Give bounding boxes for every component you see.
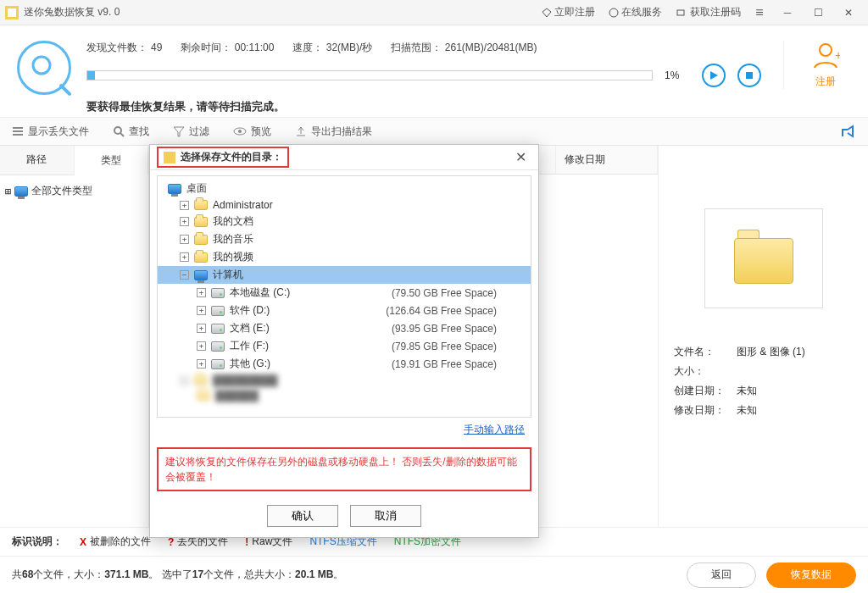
dialog-close-button[interactable]: ✕ [510, 149, 531, 165]
back-button[interactable]: 返回 [687, 563, 756, 588]
stop-button[interactable] [737, 64, 761, 87]
folder-icon [194, 252, 208, 263]
selection-summary: 共68个文件，大小：371.1 MB。 选中了17个文件，总共大小：20.1 M… [12, 568, 676, 582]
drive-icon [211, 359, 225, 369]
svg-rect-10 [13, 127, 23, 129]
dialog-ok-button[interactable]: 确认 [267, 505, 338, 527]
headset-icon [609, 8, 619, 18]
minimize-button[interactable]: ─ [773, 3, 802, 23]
scan-progress [86, 70, 653, 80]
tree-desktop[interactable]: 桌面 [158, 180, 531, 197]
drive-icon [211, 341, 225, 352]
folder-icon [194, 217, 208, 227]
toolbar: 显示丢失文件 查找 过滤 预览 导出扫描结果 [0, 117, 868, 146]
folder-icon [734, 233, 793, 284]
dialog-app-icon [164, 152, 175, 163]
tab-path[interactable]: 路径 [0, 146, 75, 175]
tree-blurred-1[interactable]: +█████████ [158, 373, 531, 388]
desktop-icon [168, 184, 181, 194]
menu-button[interactable]: ≡ [748, 5, 771, 20]
tree-blurred-2[interactable]: ██████ [158, 388, 531, 403]
export-icon [295, 125, 307, 137]
show-lost-files-button[interactable]: 显示丢失文件 [12, 125, 89, 139]
register-column[interactable]: + 注册 [783, 41, 851, 89]
svg-marker-2 [542, 8, 551, 17]
tree-computer[interactable]: −计算机 [158, 266, 531, 284]
filter-button[interactable]: 过滤 [173, 125, 209, 139]
svg-rect-11 [13, 130, 23, 132]
type-tree[interactable]: ⊞ 全部文件类型 [0, 175, 148, 207]
app-title: 迷你兔数据恢复 v9. 0 [24, 5, 120, 19]
tree-music[interactable]: +我的音乐 [158, 230, 531, 248]
play-button[interactable] [702, 64, 726, 87]
computer-icon [194, 270, 208, 280]
svg-marker-6 [710, 71, 718, 80]
maximize-button[interactable]: ☐ [804, 3, 832, 23]
svg-point-5 [33, 57, 50, 74]
left-tabs: 路径 类型 [0, 146, 148, 175]
svg-rect-7 [746, 72, 753, 79]
scan-percent: 1% [665, 69, 690, 81]
register-now-link[interactable]: 立即注册 [542, 5, 595, 19]
dialog-title: 选择保存文件的目录： [181, 150, 282, 164]
user-folder-icon [194, 200, 208, 210]
tree-admin[interactable]: +Administrator [158, 197, 531, 213]
online-service-link[interactable]: 在线服务 [609, 5, 662, 19]
tree-drive-c[interactable]: +本地磁盘 (C:)(79.50 GB Free Space) [158, 284, 531, 302]
svg-point-17 [238, 130, 242, 133]
cart-icon [676, 8, 687, 18]
drive-icon [211, 306, 225, 316]
directory-tree[interactable]: 桌面 +Administrator +我的文档 +我的音乐 +我的视频 −计算机… [157, 175, 531, 418]
preview-modified: 未知 [737, 403, 757, 418]
svg-rect-4 [677, 10, 684, 15]
app-icon [5, 6, 19, 19]
svg-text:+: + [835, 48, 840, 62]
title-bar: 迷你兔数据恢复 v9. 0 立即注册 在线服务 获取注册码 ≡ ─ ☐ ✕ [0, 0, 868, 25]
svg-point-13 [114, 127, 121, 134]
preview-created: 未知 [737, 384, 757, 398]
recover-button[interactable]: 恢复数据 [766, 563, 856, 588]
dialog-warning: 建议将恢复的文件保存在另外的磁盘或移动硬盘上！ 否则丢失/删除的数据可能会被覆盖… [157, 447, 531, 491]
svg-line-14 [120, 133, 124, 136]
svg-rect-18 [164, 152, 175, 163]
scan-status: 发现文件数：49 剩余时间：00:11:00 速度：32(MB)/秒 扫描范围：… [0, 25, 868, 117]
svg-point-3 [609, 8, 618, 17]
monitor-icon [14, 186, 28, 197]
tree-drive-d[interactable]: +软件 (D:)(126.64 GB Free Space) [158, 302, 531, 319]
share-button[interactable] [841, 125, 856, 138]
svg-rect-1 [8, 8, 16, 17]
list-icon [12, 125, 24, 137]
svg-rect-12 [13, 134, 23, 136]
eye-icon [233, 125, 247, 137]
preview-thumbnail [674, 161, 853, 342]
folder-icon [194, 235, 208, 245]
tree-documents[interactable]: +我的文档 [158, 213, 531, 230]
svg-marker-15 [174, 127, 184, 136]
tree-drive-g[interactable]: +其他 (G:)(19.91 GB Free Space) [158, 355, 531, 373]
dialog-title-bar: 选择保存文件的目录： ✕ [150, 145, 538, 170]
drive-icon [211, 324, 225, 334]
preview-button[interactable]: 预览 [233, 125, 271, 139]
get-reg-code-link[interactable]: 获取注册码 [676, 5, 741, 19]
legend-deleted: X被删除的文件 [80, 535, 151, 549]
dialog-cancel-button[interactable]: 取消 [350, 505, 421, 527]
svg-point-8 [820, 44, 832, 56]
find-button[interactable]: 查找 [113, 125, 149, 139]
magnifier-icon [17, 41, 71, 95]
drive-icon [211, 288, 225, 298]
tree-drive-f[interactable]: +工作 (F:)(79.85 GB Free Space) [158, 337, 531, 355]
tree-root[interactable]: ⊞ 全部文件类型 [5, 182, 143, 200]
manual-path-link[interactable]: 手动输入路径 [464, 424, 525, 435]
tree-video[interactable]: +我的视频 [158, 248, 531, 266]
close-button[interactable]: ✕ [834, 3, 863, 23]
export-button[interactable]: 导出扫描结果 [295, 125, 372, 139]
tree-drive-e[interactable]: +文档 (E:)(93.95 GB Free Space) [158, 319, 531, 337]
search-icon [113, 125, 125, 137]
filter-icon [173, 125, 185, 137]
tab-type[interactable]: 类型 [75, 147, 149, 175]
save-directory-dialog: 选择保存文件的目录： ✕ 桌面 +Administrator +我的文档 +我的… [149, 144, 539, 538]
scan-meta: 发现文件数：49 剩余时间：00:11:00 速度：32(MB)/秒 扫描范围：… [86, 41, 761, 55]
footer: 共68个文件，大小：371.1 MB。 选中了17个文件，总共大小：20.1 M… [0, 556, 868, 593]
col-modified[interactable]: 修改日期 [556, 146, 658, 174]
left-pane: 路径 类型 ⊞ 全部文件类型 [0, 146, 149, 527]
